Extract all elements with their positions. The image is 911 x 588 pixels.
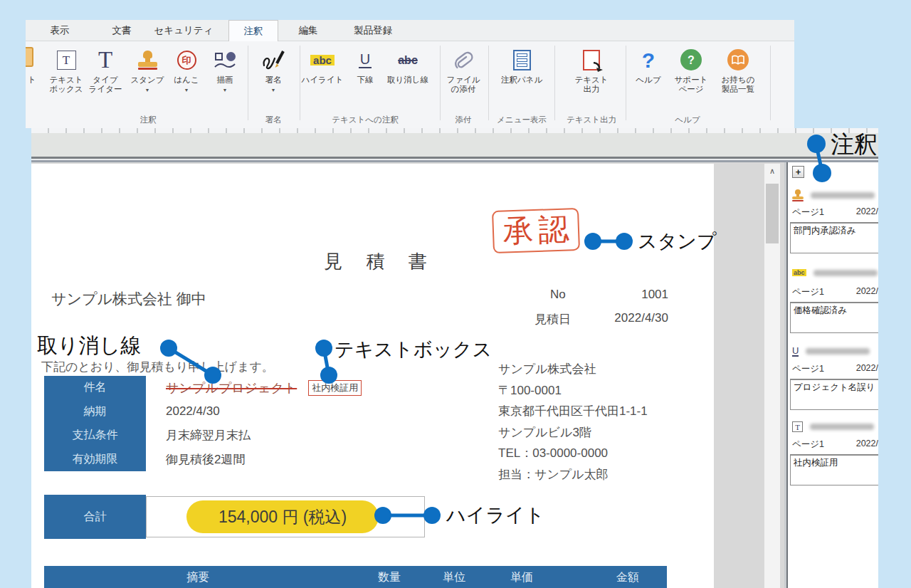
table-row: 支払条件 月末締翌月末払 [44,424,362,448]
company-address1: 東京都千代田区千代田1-1-1 [498,401,648,422]
scrollbar-thumb[interactable] [766,184,779,243]
annotation-comment[interactable]: 部門内承認済み [790,222,878,253]
table-row: 納期 2022/4/30 [44,400,362,424]
company-address2: サンプルビル3階 [498,422,648,443]
textbox-icon: T [57,51,76,70]
table-row: 有効期限 御見積後2週間 [44,448,362,472]
signature-dropdown-icon[interactable]: ▼ [271,85,276,95]
company-contact: 担当：サンプル太郎 [498,464,648,485]
signature-button[interactable]: 署名 ▼ [253,46,293,95]
draw-button[interactable]: 描画 ▼ [205,46,245,95]
draw-dropdown-icon[interactable]: ▼ [223,85,228,95]
item-page: ページ1 [792,364,824,374]
items-table-header: 摘要 数量 単位 単価 金額 [44,566,667,588]
document-title: 見 積 書 [302,249,458,274]
annotation-comment[interactable]: プロジェクト名誤り [790,379,878,410]
group-label-signature: 署名 [245,115,302,125]
annotation-comment[interactable]: 価格確認済み [790,302,878,333]
tab-edit[interactable]: 編集 [288,20,328,41]
draw-icon [214,52,236,68]
help-button[interactable]: ? ヘルプ [630,46,667,85]
blurred-author-name [806,348,870,355]
group-label-annotation: 注釈 [98,115,198,125]
signature-icon [260,48,286,72]
screenshot-root: { "tab_bar": { "tabs": ["表示", "文書", "セキュ… [0,0,911,588]
stamp-icon [138,51,157,70]
tab-bar: 表示 文書 セキュリティ 注釈 編集 製品登録 [26,20,794,41]
highlight-button[interactable]: abc ハイライト [300,46,345,85]
col-quantity: 数量 [357,566,421,588]
text-output-icon [583,50,600,70]
ribbon-body: ト T テキスト ボックス T タイプ ライター スタンプ ▼ 印 はんこ ▼ [26,41,794,127]
group-separator [248,46,248,120]
ribbon: 表示 文書 セキュリティ 注釈 編集 製品登録 ト T テキスト ボックス T … [26,20,794,128]
strikethrough-annotation[interactable]: サンプルプロジェクト [166,379,297,397]
typewriter-button[interactable]: T タイプ ライター [85,46,125,94]
clipped-note-label: ト [28,75,36,85]
total-label-cell: 合計 [44,495,146,539]
tab-security[interactable]: セキュリティ [154,20,214,41]
item-page: ページ1 [792,207,824,217]
document-viewport: 承認 見 積 書 サンプル株式会社 御中 No1001 見積日2022/4/30… [31,162,785,588]
highlight-icon: abc [310,55,335,65]
annotation-panel-button[interactable]: 注釈パネル [497,46,546,85]
col-unit: 単位 [422,566,486,588]
group-label-text-annotation: テキストへの注釈 [308,115,422,125]
company-name: サンプル株式会社 [498,359,648,380]
add-annotation-button[interactable]: + [792,166,804,178]
textbox-annotation[interactable]: 社内検証用 [308,380,362,396]
item-page: ページ1 [792,439,824,449]
col-amount: 金額 [596,566,660,588]
group-separator [488,46,489,120]
stamp-button[interactable]: スタンプ ▼ [126,46,169,95]
tab-view[interactable]: 表示 [40,20,80,41]
text-output-button[interactable]: テキスト 出力 [570,46,613,94]
tab-product-registration[interactable]: 製品登録 [344,20,401,41]
stamp-dropdown-icon[interactable]: ▼ [145,85,150,95]
owned-products-button[interactable]: お持ちの 製品一覧 [716,46,760,94]
quote-date-value: 2022/4/30 [614,311,668,327]
highlight-annotation[interactable]: 154,000 円 (税込) [186,500,379,533]
clipped-note-button[interactable]: ト [26,46,41,85]
tab-annotation[interactable]: 注釈 [228,20,278,41]
item-page: ページ1 [792,287,824,297]
item-date: 2022/ [856,286,878,296]
tab-document[interactable]: 文書 [102,20,142,41]
help-icon: ? [642,56,655,65]
approval-stamp-annotation[interactable]: 承認 [492,208,580,253]
item-date: 2022/ [856,439,878,448]
ruler-ticks [31,128,878,133]
underline-button[interactable]: U 下線 [347,46,384,85]
col-unit-price: 単価 [490,566,554,588]
greeting-line: 下記のとおり、御見積もり申し上げます。 [41,359,274,375]
annotation-comment[interactable]: 社内検証用 [790,454,878,485]
vertical-scrollbar[interactable]: ∧ [764,164,780,588]
hanko-icon: 印 [177,51,196,70]
scroll-up-button[interactable]: ∧ [764,164,780,178]
toolbar-strip [31,128,878,162]
col-description: 摘要 [166,566,230,588]
no-label: No [535,288,566,302]
blurred-author-name [813,270,878,276]
highlight-mini-icon: abc [792,269,806,276]
strikethrough-button[interactable]: abc 取り消し線 [384,46,432,85]
support-icon: ? [680,49,702,70]
blurred-author-name [811,192,875,199]
typewriter-icon: T [98,56,112,65]
recipient: サンプル株式会社 御中 [51,289,206,309]
group-separator [626,46,626,120]
paperclip-icon [451,48,475,72]
hanko-dropdown-icon[interactable]: ▼ [184,85,189,95]
hanko-button[interactable]: 印 はんこ ▼ [167,46,206,95]
attach-file-button[interactable]: ファイル の添付 [443,46,483,94]
stamp-mini-icon [792,189,804,201]
textbox-button[interactable]: T テキスト ボックス [46,46,86,94]
quote-meta: No1001 見積日2022/4/30 [535,288,668,337]
underline-icon: U [359,51,372,68]
textbox-mini-icon: T [792,421,803,432]
underline-mini-icon: U [792,346,799,357]
products-book-icon [727,49,749,70]
quote-date-label: 見積日 [535,311,571,327]
table-row: 件名 サンプルプロジェクト 社内検証用 [44,376,362,400]
support-page-button[interactable]: ? サポート ページ [671,46,711,94]
